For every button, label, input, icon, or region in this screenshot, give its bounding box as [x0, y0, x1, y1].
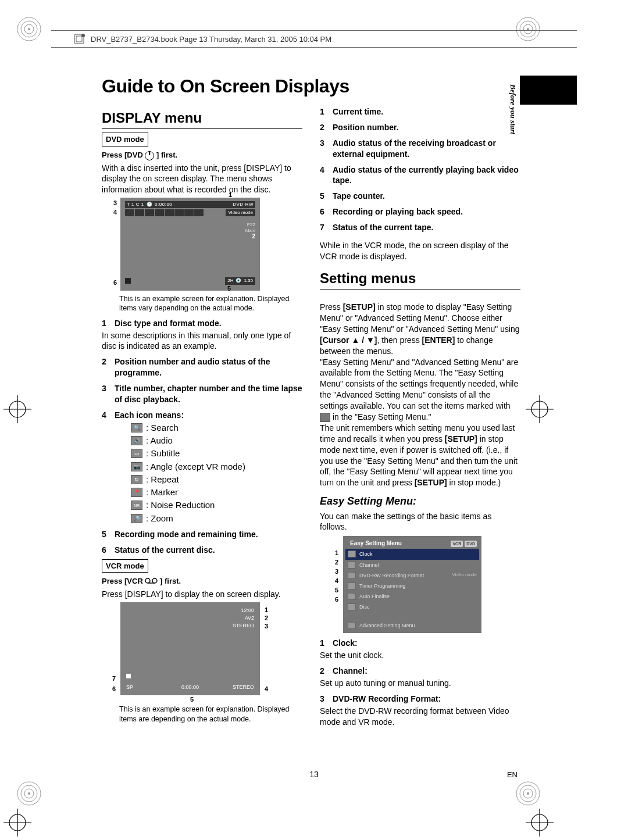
- menu-item-rec-format: DVD-RW Recording FormatVideo mode: [345, 570, 479, 581]
- vcr-callout-3: 3: [265, 622, 268, 631]
- right-column: 1Current time. 2Position number. 3Audio …: [320, 102, 520, 730]
- nr-icon: NR: [131, 501, 142, 510]
- marker-icon: 📍: [131, 488, 142, 497]
- stop-icon: [126, 674, 131, 678]
- svg-rect-8: [76, 36, 82, 42]
- page-lang: EN: [507, 770, 518, 779]
- menu-callout-1: 1: [335, 549, 338, 557]
- vcr-callout-6: 6: [112, 685, 116, 694]
- easy-item-2-desc: Set up auto tuning or manual tuning.: [320, 678, 520, 689]
- icon-label-nr: : Noise Reduction: [146, 499, 215, 511]
- dvd-item-1-desc: In some descriptions in this manual, onl…: [102, 330, 302, 352]
- power-icon: [145, 151, 154, 160]
- svg-point-10: [145, 578, 150, 583]
- osd-callout-2: 2: [252, 233, 255, 240]
- crop-target-icon: [3, 809, 31, 837]
- easy-item-1-desc: Set the unit clock.: [320, 650, 520, 661]
- book-icon: [73, 33, 86, 45]
- icon-label-marker: : Marker: [146, 487, 178, 498]
- registration-mark: [16, 781, 42, 806]
- svg-point-11: [152, 578, 157, 583]
- icon-label-search: : Search: [146, 422, 179, 434]
- vcr-item-5: 5Tape counter.: [320, 191, 520, 202]
- osd-callout-4: 4: [113, 208, 117, 217]
- menu-item-disc: Disc: [345, 602, 479, 612]
- press-dvd-text: Press [DVD: [102, 151, 145, 159]
- easy-item-3-desc: Select the DVD-RW recording format betwe…: [320, 706, 520, 728]
- icon-legend: 🔍: Search 🔊: Audio ▭: Subtitle 📷: Angle …: [131, 422, 302, 524]
- page-number: 13: [309, 770, 319, 779]
- easy-setting-menu-illustration: Easy Setting Menu VCRDVD Clock Channel D…: [343, 536, 481, 633]
- section-display-menu: DISPLAY menu: [102, 109, 302, 129]
- menu-item-channel: Channel: [345, 560, 479, 570]
- zoom-icon: 🔎: [131, 514, 142, 523]
- dvd-mode-label: DVD mode: [102, 133, 148, 146]
- easy-setting-heading: Easy Setting Menu:: [320, 494, 520, 508]
- easy-item-1: 1Clock:: [320, 638, 520, 649]
- vcr-item-3: 3Audio status of the receiving broadcast…: [320, 138, 520, 160]
- icon-label-repeat: : Repeat: [146, 474, 179, 485]
- osd-callout-6: 6: [113, 278, 117, 287]
- registration-mark: [515, 781, 541, 806]
- menu-pill-dvd: DVD: [465, 541, 477, 547]
- vcr-time: 12:00: [241, 607, 254, 613]
- dvd-item-2: 2Position number and audio status of the…: [102, 356, 302, 378]
- vcr-callout-5: 5: [190, 695, 194, 704]
- section-tab: [520, 76, 577, 105]
- section-setting-menus: Setting menus: [320, 269, 520, 289]
- easy-setting-desc: You can make the settings of the basic i…: [320, 511, 520, 533]
- vcr-callout-2: 2: [265, 614, 268, 623]
- dvd-osd-illustration: T 1 C 1 🕐 0:00:00 DVD-RW Video mode P22 …: [120, 198, 260, 291]
- dvd-item-3: 3Title number, chapter number and the ti…: [102, 383, 302, 405]
- osd-callout-5: 5: [227, 284, 231, 293]
- osd-remain: 1:35: [244, 278, 253, 284]
- registration-mark: [16, 16, 42, 42]
- crop-target-icon: [526, 395, 554, 423]
- osd-note: This is an example screen for explanatio…: [119, 294, 302, 313]
- easy-item-3: 3DVD-RW Recording Format:: [320, 694, 520, 705]
- press-dvd-line: Press [DVD ] first.: [102, 150, 302, 160]
- finalize-icon: [348, 593, 356, 600]
- icon-label-angle: : Angle (except VR mode): [146, 461, 245, 473]
- vcr-callout-4: 4: [265, 685, 268, 694]
- menu-callout-2: 2: [335, 558, 338, 567]
- clock-icon: [348, 551, 356, 557]
- left-column: DISPLAY menu DVD mode Press [DVD ] first…: [102, 102, 302, 730]
- easy-item-2: 2Channel:: [320, 666, 520, 677]
- calendar-icon: [348, 582, 356, 589]
- crop-target-icon: [526, 809, 554, 837]
- audio-icon: 🔊: [131, 436, 142, 445]
- osd-position: P22: [245, 222, 255, 228]
- vcr-item-6: 6Recording or playing back speed.: [320, 206, 520, 217]
- dvd-item-6: 6Status of the current disc.: [102, 545, 302, 556]
- vcr-item-1: 1Current time.: [320, 106, 520, 117]
- book-header-text: DRV_B2737_B2734.book Page 13 Thursday, M…: [91, 35, 331, 44]
- press-vcr-text: Press [VCR: [102, 577, 145, 585]
- menu-callout-4: 4: [335, 577, 338, 585]
- book-header: DRV_B2737_B2734.book Page 13 Thursday, M…: [51, 30, 577, 48]
- disc-icon: [348, 603, 356, 610]
- vcr-note: This is an example screen for explanatio…: [119, 705, 302, 724]
- subtitle-icon: ▭: [131, 449, 142, 458]
- dvd-item-4: 4Each icon means:: [102, 410, 302, 421]
- osd-elapsed: 0:00:00: [155, 202, 172, 208]
- crop-target-icon: [3, 395, 31, 423]
- icon-label-audio: : Audio: [146, 435, 173, 446]
- easy-marker-icon: [320, 413, 330, 422]
- vcr-mode-paragraph: While in the VCR mode, the on screen dis…: [320, 240, 520, 262]
- setting-menus-paragraph: Press [SETUP] in stop mode to display "E…: [320, 291, 520, 488]
- menu-callout-3: 3: [335, 567, 338, 576]
- vcr-mode-label: VCR mode: [102, 559, 148, 573]
- menu-callout-5: 5: [335, 586, 338, 595]
- page-title: Guide to On Screen Displays: [102, 76, 520, 97]
- dvd-intro: With a disc inserted into the unit, pres…: [102, 163, 302, 196]
- menu-item-timer: Timer Programming: [345, 581, 479, 591]
- press-dvd-text-end: ] first.: [156, 151, 177, 159]
- tape-icon: [145, 577, 158, 587]
- vcr-audio-tape: STEREO: [233, 684, 254, 691]
- osd-disc-type: DVD-RW: [233, 202, 254, 208]
- osd-audio: Main: [245, 228, 255, 234]
- vcr-osd-illustration: 12:00 AV2 STEREO SP 0:00:00 STEREO 1 2 3…: [120, 602, 260, 695]
- icon-label-subtitle: : Subtitle: [146, 448, 180, 459]
- repeat-icon: ↻: [131, 475, 142, 484]
